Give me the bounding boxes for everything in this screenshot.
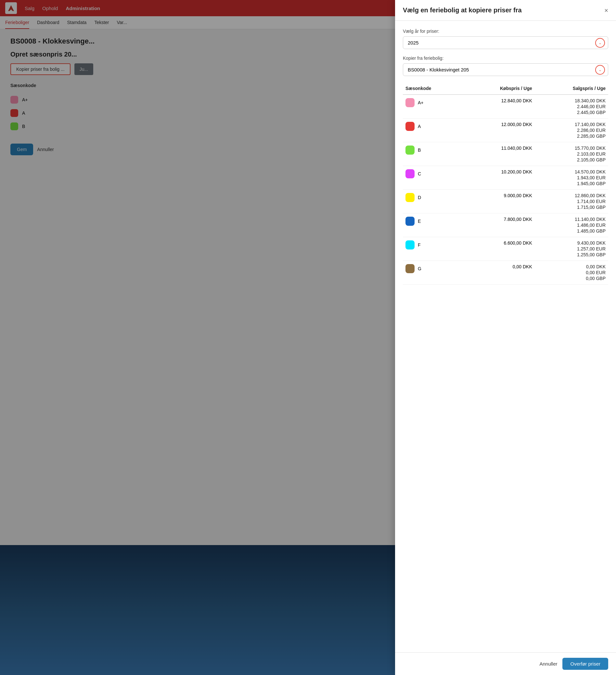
modal-title: Vælg en feriebolig at kopiere priser fra bbox=[403, 6, 522, 14]
season-badge-b bbox=[405, 146, 415, 155]
price-line: 2.445,00 GBP bbox=[577, 110, 606, 115]
table-row: C 10.200,00 DKK14.570,00 DKK1.943,00 EUR… bbox=[403, 166, 608, 190]
price-line: 1.486,00 EUR bbox=[577, 223, 606, 228]
modal-annuller-button[interactable]: Annuller bbox=[539, 661, 557, 667]
season-label-c: C bbox=[418, 171, 421, 176]
buy-price-e: 7.800,00 DKK bbox=[463, 213, 535, 237]
buy-price-a: 12.000,00 DKK bbox=[463, 119, 535, 142]
season-badge-f bbox=[405, 240, 415, 249]
season-label-a: A bbox=[418, 124, 421, 129]
buy-price-a+: 12.840,00 DKK bbox=[463, 94, 535, 119]
buy-price-b: 11.040,00 DKK bbox=[463, 142, 535, 166]
price-line: 9.430,00 DKK bbox=[577, 240, 606, 245]
price-line: 2.103,00 EUR bbox=[577, 151, 606, 157]
year-select[interactable] bbox=[403, 36, 608, 49]
season-label-a+: A+ bbox=[418, 100, 424, 105]
sell-price-g: 0,00 DKK0,00 EUR0,00 GBP bbox=[535, 261, 608, 285]
price-line: 2.286,00 EUR bbox=[577, 128, 606, 133]
price-line: 1.945,00 GBP bbox=[577, 181, 606, 186]
modal-dialog: Vælg en feriebolig at kopiere priser fra… bbox=[395, 0, 616, 675]
season-cell-e: E bbox=[403, 213, 463, 237]
sell-price-a+: 18.340,00 DKK2.446,00 EUR2.445,00 GBP bbox=[535, 94, 608, 119]
season-cell-g: G bbox=[403, 261, 463, 285]
price-line: 1.255,00 GBP bbox=[577, 252, 606, 257]
price-line: 17.140,00 DKK bbox=[575, 122, 606, 127]
property-select-wrapper: ⌄ bbox=[403, 63, 608, 76]
sell-price-c: 14.570,00 DKK1.943,00 EUR1.945,00 GBP bbox=[535, 166, 608, 190]
price-line: 14.570,00 DKK bbox=[575, 169, 606, 174]
col-header-sell: Salgspris / Uge bbox=[535, 82, 608, 94]
season-label-b: B bbox=[418, 147, 421, 153]
table-row: A+ 12.840,00 DKK18.340,00 DKK2.446,00 EU… bbox=[403, 94, 608, 119]
buy-price-d: 9.000,00 DKK bbox=[463, 190, 535, 213]
col-header-buy: Købspris / Uge bbox=[463, 82, 535, 94]
price-line: 1.485,00 GBP bbox=[577, 228, 606, 234]
transfer-prices-button[interactable]: Overfør priser bbox=[562, 658, 608, 670]
price-table: Sæsonkode Købspris / Uge Salgspris / Uge… bbox=[403, 82, 608, 285]
table-row: F 6.600,00 DKK9.430,00 DKK1.257,00 EUR1.… bbox=[403, 237, 608, 261]
property-label: Kopier fra feriebolig: bbox=[403, 56, 608, 61]
modal-header: Vælg en feriebolig at kopiere priser fra… bbox=[395, 0, 616, 21]
year-label: Vælg år for priser: bbox=[403, 28, 608, 34]
season-label-e: E bbox=[418, 219, 421, 224]
price-line: 0,00 EUR bbox=[586, 270, 606, 275]
season-label-d: D bbox=[418, 195, 421, 200]
buy-price-c: 10.200,00 DKK bbox=[463, 166, 535, 190]
table-row: E 7.800,00 DKK11.140,00 DKK1.486,00 EUR1… bbox=[403, 213, 608, 237]
season-badge-a+ bbox=[405, 98, 415, 107]
price-line: 12.860,00 DKK bbox=[575, 193, 606, 198]
price-line: 0,00 GBP bbox=[586, 276, 606, 281]
sell-price-d: 12.860,00 DKK1.714,00 EUR1.715,00 GBP bbox=[535, 190, 608, 213]
table-row: B 11.040,00 DKK15.770,00 DKK2.103,00 EUR… bbox=[403, 142, 608, 166]
property-select[interactable] bbox=[403, 63, 608, 76]
price-line: 15.770,00 DKK bbox=[575, 146, 606, 151]
sell-price-b: 15.770,00 DKK2.103,00 EUR2.105,00 GBP bbox=[535, 142, 608, 166]
table-row: G 0,00 DKK0,00 DKK0,00 EUR0,00 GBP bbox=[403, 261, 608, 285]
season-cell-a: A bbox=[403, 119, 463, 142]
price-line: 2.105,00 GBP bbox=[577, 157, 606, 162]
season-cell-b: B bbox=[403, 142, 463, 166]
price-line: 1.943,00 EUR bbox=[577, 175, 606, 180]
sell-price-e: 11.140,00 DKK1.486,00 EUR1.485,00 GBP bbox=[535, 213, 608, 237]
price-line: 0,00 DKK bbox=[586, 264, 606, 269]
modal-footer: Annuller Overfør priser bbox=[395, 652, 616, 675]
col-header-season: Sæsonkode bbox=[403, 82, 463, 94]
season-label-f: F bbox=[418, 242, 421, 247]
season-label-g: G bbox=[418, 266, 421, 271]
buy-price-g: 0,00 DKK bbox=[463, 261, 535, 285]
year-select-wrapper: ⌄ bbox=[403, 36, 608, 49]
season-cell-d: D bbox=[403, 190, 463, 213]
modal-close-button[interactable]: × bbox=[604, 7, 608, 14]
season-badge-c bbox=[405, 169, 415, 178]
price-line: 2.446,00 EUR bbox=[577, 104, 606, 109]
modal-body: Vælg år for priser: ⌄ Kopier fra feriebo… bbox=[395, 21, 616, 652]
sell-price-a: 17.140,00 DKK2.286,00 EUR2.285,00 GBP bbox=[535, 119, 608, 142]
price-line: 1.714,00 EUR bbox=[577, 199, 606, 204]
price-line: 1.715,00 GBP bbox=[577, 205, 606, 210]
table-row: A 12.000,00 DKK17.140,00 DKK2.286,00 EUR… bbox=[403, 119, 608, 142]
season-badge-g bbox=[405, 264, 415, 273]
price-line: 1.257,00 EUR bbox=[577, 246, 606, 251]
season-badge-d bbox=[405, 193, 415, 202]
sell-price-f: 9.430,00 DKK1.257,00 EUR1.255,00 GBP bbox=[535, 237, 608, 261]
price-line: 2.285,00 GBP bbox=[577, 134, 606, 139]
price-line: 18.340,00 DKK bbox=[575, 98, 606, 103]
season-cell-a+: A+ bbox=[403, 94, 463, 119]
season-cell-c: C bbox=[403, 166, 463, 190]
season-cell-f: F bbox=[403, 237, 463, 261]
season-badge-a bbox=[405, 122, 415, 131]
price-line: 11.140,00 DKK bbox=[575, 217, 606, 222]
buy-price-f: 6.600,00 DKK bbox=[463, 237, 535, 261]
season-badge-e bbox=[405, 217, 415, 226]
table-row: D 9.000,00 DKK12.860,00 DKK1.714,00 EUR1… bbox=[403, 190, 608, 213]
